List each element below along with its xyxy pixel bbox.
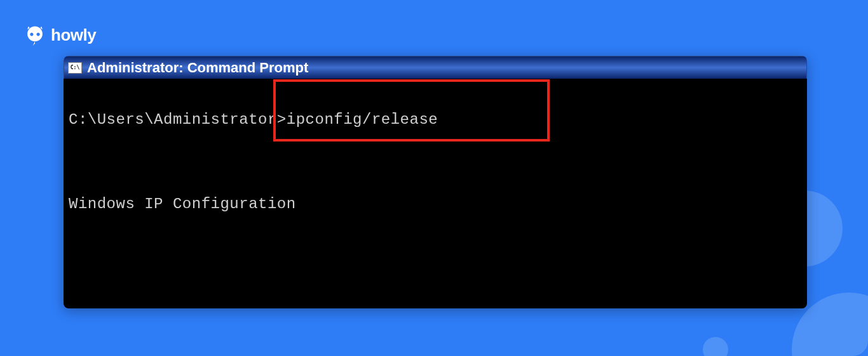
blank-line <box>69 152 802 172</box>
svg-point-0 <box>31 33 33 36</box>
window-title: Administrator: Command Prompt <box>87 60 308 76</box>
ip-config-header: Windows IP Configuration <box>69 194 802 214</box>
prompt-path: C:\Users\Administrator> <box>69 111 287 128</box>
cmd-icon: C:\ <box>68 62 82 74</box>
svg-point-1 <box>37 33 39 36</box>
blank-line <box>69 236 802 256</box>
window-titlebar[interactable]: C:\ Administrator: Command Prompt <box>64 56 807 79</box>
brand-name: howly <box>51 25 96 45</box>
blank-line <box>69 279 802 298</box>
owl-icon <box>24 24 46 46</box>
command-text: ipconfig/release <box>287 111 438 128</box>
prompt-line: C:\Users\Administrator>ipconfig/release <box>69 110 802 129</box>
command-prompt-window: C:\ Administrator: Command Prompt C:\Use… <box>64 56 807 308</box>
decorative-circle <box>703 337 728 356</box>
brand-logo: howly <box>24 24 96 46</box>
terminal-output[interactable]: C:\Users\Administrator>ipconfig/release … <box>64 79 807 308</box>
